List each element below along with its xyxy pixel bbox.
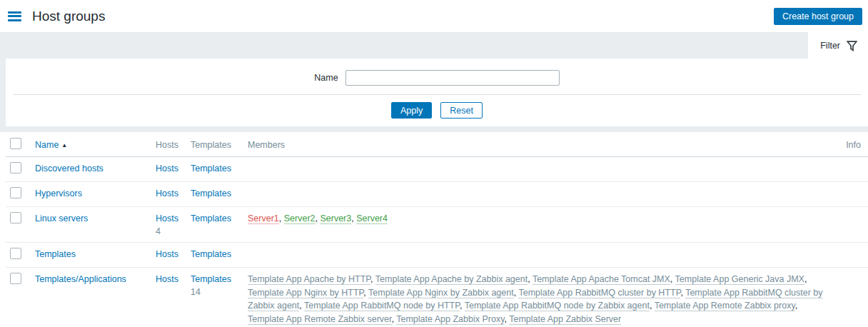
info-cell (836, 268, 868, 327)
templates-count: 14 (191, 287, 201, 297)
host-group-name-link[interactable]: Discovered hosts (35, 164, 104, 173)
hosts-count: 4 (156, 226, 161, 236)
select-all-checkbox[interactable] (10, 138, 21, 149)
table-row: TemplatesHostsTemplates (6, 243, 868, 268)
hosts-link[interactable]: Hosts (156, 164, 178, 173)
member-template-link[interactable]: Template App Remote Zabbix server (248, 314, 392, 325)
row-checkbox[interactable] (10, 162, 21, 173)
sort-by-name-link[interactable]: Name (35, 140, 59, 150)
filter-area: Filter Name Apply Reset (0, 32, 868, 126)
templates-link[interactable]: Templates (191, 188, 231, 198)
column-header-templates: Templates (187, 132, 244, 157)
filter-tabbar: Filter (0, 32, 868, 59)
sort-asc-icon: ▲ (61, 142, 67, 149)
host-group-rows: Discovered hostsHostsTemplatesHypervisor… (6, 157, 868, 327)
hosts-link[interactable]: Hosts (156, 188, 178, 198)
column-header-hosts: Hosts (152, 132, 187, 157)
page-title: Host groups (32, 9, 105, 24)
member-template-link[interactable]: Template App Apache Tomcat JMX (533, 274, 670, 285)
info-cell (836, 182, 868, 207)
filter-tab-label: Filter (820, 41, 840, 51)
host-group-name-link[interactable]: Templates/Applications (35, 274, 126, 284)
member-template-link[interactable]: Template App Remote Zabbix proxy (655, 301, 795, 311)
row-checkbox[interactable] (10, 248, 21, 259)
member-template-link[interactable]: Template App Zabbix Proxy (396, 314, 504, 325)
table-row: Linux serversHosts 4TemplatesServer1, Se… (6, 207, 868, 243)
host-group-name-link[interactable]: Hypervisors (35, 188, 82, 198)
templates-link[interactable]: Templates (191, 164, 231, 173)
member-template-link[interactable]: Template App Zabbix Server (509, 314, 621, 325)
member-host-link[interactable]: Server2 (284, 213, 316, 224)
apply-button[interactable]: Apply (391, 102, 432, 119)
row-checkbox[interactable] (10, 187, 21, 198)
member-host-link[interactable]: Server4 (356, 213, 388, 224)
filter-tab[interactable]: Filter (808, 32, 868, 59)
host-groups-table-panel: Name▲ Hosts Templates Members Info Disco… (6, 132, 868, 327)
member-template-link[interactable]: Template App Nginx by HTTP (248, 288, 363, 298)
name-filter-input[interactable] (345, 70, 560, 86)
host-groups-table: Name▲ Hosts Templates Members Info Disco… (6, 132, 868, 327)
page-header: Host groups Create host group (0, 0, 868, 32)
member-template-link[interactable]: Template App RabbitMQ node by Zabbix age… (465, 301, 650, 311)
member-template-link[interactable]: Template App Apache by Zabbix agent (375, 274, 528, 285)
info-cell (836, 157, 868, 182)
host-group-name-link[interactable]: Linux servers (35, 213, 88, 223)
member-template-link[interactable]: Template App Apache by HTTP (248, 274, 370, 285)
info-cell (836, 243, 868, 268)
filter-panel: Name Apply Reset (6, 59, 868, 126)
member-template-link[interactable]: Template App Nginx by Zabbix agent (368, 288, 514, 298)
templates-link[interactable]: Templates (191, 213, 231, 223)
table-row: Discovered hostsHostsTemplates (6, 157, 868, 182)
info-cell (836, 207, 868, 243)
table-row: HypervisorsHostsTemplates (6, 182, 868, 207)
hosts-link[interactable]: Hosts (156, 213, 178, 223)
member-template-link[interactable]: Template App RabbitMQ node by HTTP (304, 301, 460, 311)
filter-divider (13, 94, 861, 95)
name-filter-label: Name (314, 73, 338, 83)
hosts-link[interactable]: Hosts (156, 274, 178, 284)
table-row: Templates/ApplicationsHostsTemplates 14T… (6, 268, 868, 327)
member-host-link[interactable]: Server1 (248, 213, 279, 224)
hosts-link[interactable]: Hosts (156, 249, 178, 259)
section-divider (0, 126, 868, 132)
member-template-link[interactable]: Template App RabbitMQ cluster by HTTP (518, 288, 680, 298)
host-group-name-link[interactable]: Templates (35, 249, 76, 259)
table-header-row: Name▲ Hosts Templates Members Info (6, 132, 868, 157)
reset-button[interactable]: Reset (440, 102, 483, 119)
funnel-icon (847, 41, 857, 51)
create-host-group-button[interactable]: Create host group (774, 8, 862, 25)
column-header-info: Info (836, 132, 868, 157)
templates-link[interactable]: Templates (191, 249, 231, 259)
hamburger-menu-icon[interactable] (8, 11, 21, 21)
member-host-link[interactable]: Server3 (320, 213, 351, 224)
column-header-members: Members (244, 132, 836, 157)
member-template-link[interactable]: Template App Generic Java JMX (675, 274, 804, 285)
row-checkbox[interactable] (10, 273, 21, 284)
row-checkbox[interactable] (10, 212, 21, 223)
templates-link[interactable]: Templates (191, 274, 231, 284)
